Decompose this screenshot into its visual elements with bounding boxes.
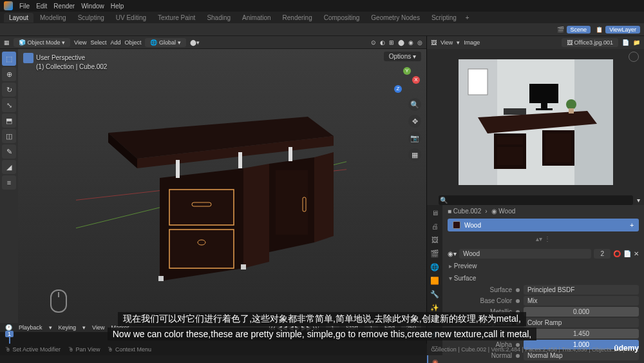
tl-playback[interactable]: Playback [19,324,43,331]
shading-rendered-icon[interactable]: ◎ [417,39,422,46]
camera-icon[interactable]: 📷 [408,132,421,144]
prop-value[interactable]: 1.450 [524,329,639,338]
material-link-icon[interactable]: ◉▾ [448,250,457,257]
tl-view[interactable]: View [92,324,104,331]
unlink-material-icon[interactable]: ✕ [634,250,639,257]
gizmo-z-icon[interactable]: Z [394,85,402,93]
current-frame[interactable]: 1 [326,323,339,332]
3d-viewport[interactable]: User Perspective (1) Collection | Cube.0… [18,49,426,323]
mode-selector[interactable]: 🧊 Object Mode ▾ [14,38,70,47]
gizmo-x-icon[interactable]: X [412,76,420,84]
end-frame[interactable]: 250 [401,323,421,332]
socket-icon[interactable] [516,321,520,325]
menu-help[interactable]: Help [111,3,124,10]
prop-value[interactable]: Mix [524,296,639,306]
prop-tab-material-icon[interactable]: ◉ [427,355,442,363]
timeline-editor-icon[interactable]: 🕐 [5,324,12,331]
image-file-selector[interactable]: 🖼 Office3.jpg.001 [562,38,618,47]
socket-icon[interactable] [516,354,520,358]
tool-transform[interactable]: ◫ [2,129,16,143]
prop-tab-render-icon[interactable]: 🖥 [427,206,442,219]
pan-icon[interactable]: ✥ [408,115,421,128]
new-material-icon[interactable]: 📄 [623,250,631,257]
socket-icon[interactable] [516,288,520,292]
prop-tab-object-icon[interactable]: 🟧 [427,274,442,287]
tool-annotate[interactable]: ✎ [2,144,16,159]
orientation-selector[interactable]: 🌐 Global ▾ [145,38,185,47]
open-image-icon[interactable]: 📁 [633,39,640,46]
snap-icon[interactable]: ⬤▾ [190,39,200,46]
tab-uvediting[interactable]: UV Editing [111,13,151,23]
tab-layout[interactable]: Layout [4,13,33,23]
prop-tab-world-icon[interactable]: 🌐 [427,260,442,273]
scene-selector[interactable]: Scene [567,26,591,34]
filter-icon[interactable]: ▾ [637,197,640,204]
overlays-toggle[interactable]: ⊙ [371,39,376,46]
gizmo-y-icon[interactable]: Y [403,67,411,75]
material-name-input[interactable]: Wood [459,249,591,259]
nav-gizmo[interactable]: Y X Z [394,67,420,93]
img-menu-image[interactable]: Image [464,39,480,46]
new-image-icon[interactable]: 📄 [622,39,629,46]
material-users[interactable]: 2 [594,249,611,259]
socket-icon[interactable] [516,332,520,336]
prop-tab-physics-icon[interactable]: ⚛ [427,315,442,328]
vp-menu-add[interactable]: Add [110,39,120,46]
material-slot[interactable]: Wood + [448,219,639,231]
tool-rotate[interactable]: ⤡ [2,98,16,112]
prop-tab-scene-icon[interactable]: 🎬 [427,247,442,260]
tab-modeling[interactable]: Modeling [35,13,71,23]
ortho-icon[interactable]: ▦ [408,148,421,161]
tl-marker[interactable]: Marker [111,324,129,331]
playhead[interactable] [9,332,10,344]
tab-shading[interactable]: Shading [202,13,236,23]
menu-edit[interactable]: Edit [36,3,47,10]
vp-menu-view[interactable]: View [74,39,86,46]
tab-animation[interactable]: Animation [237,13,276,23]
shading-solid-icon[interactable]: ⬤ [398,39,404,46]
image-view[interactable] [427,49,644,195]
preview-panel[interactable]: Preview [442,260,644,272]
vp-menu-object[interactable]: Object [124,39,141,46]
tab-compositing[interactable]: Compositing [319,13,365,23]
tool-select-box[interactable]: ⬚ [2,52,16,66]
tab-scripting[interactable]: Scripting [426,13,462,23]
playback-controls[interactable]: ⏮◀◀◀▶▶▶⏭ [269,324,319,331]
socket-icon[interactable] [516,310,520,314]
shading-wireframe-icon[interactable]: ⊞ [389,39,394,46]
prop-tab-modifier-icon[interactable]: 🔧 [427,288,442,300]
editor-type-icon[interactable]: ▦ [4,39,10,46]
search-input[interactable] [439,195,633,205]
slot-nav[interactable]: ▴▾ ⋮ [442,233,644,245]
surface-panel[interactable]: Surface [442,272,644,284]
prop-value[interactable]: Principled BSDF [524,285,639,295]
vp-menu-select[interactable]: Select [90,39,106,46]
tab-rendering[interactable]: Rendering [278,13,317,23]
img-menu-view[interactable]: View [440,39,453,46]
socket-icon[interactable] [516,299,520,303]
tab-geometrynodes[interactable]: Geometry Nodes [366,13,425,23]
tab-texturepaint[interactable]: Texture Paint [153,13,200,23]
viewlayer-selector[interactable]: ViewLayer [605,26,640,34]
menu-window[interactable]: Window [81,3,104,10]
prop-tab-constraint-icon[interactable]: 🔗 [427,328,442,341]
prop-value[interactable]: Color Ramp [524,318,639,328]
add-workspace-button[interactable]: + [466,14,469,21]
zoom-icon[interactable] [629,52,639,62]
shading-matprev-icon[interactable]: ◉ [408,39,413,46]
tool-measure[interactable]: ◢ [2,160,16,174]
tool-addcube[interactable]: ≡ [2,175,16,190]
prop-tab-particle-icon[interactable]: ✨ [427,301,442,314]
menu-render[interactable]: Render [53,3,75,10]
xray-toggle[interactable]: ◐ [380,39,385,46]
tl-keying[interactable]: Keying [59,324,77,331]
timeline-track[interactable] [0,332,426,344]
prop-tab-viewlayer-icon[interactable]: 🖼 [427,233,442,246]
tab-sculpting[interactable]: Sculpting [73,13,109,23]
tool-move[interactable]: ↻ [2,83,16,97]
prop-tab-output-icon[interactable]: 🖨 [427,220,442,233]
fake-user-icon[interactable]: ⭕ [613,250,621,257]
viewport-options[interactable]: Options ▾ [384,52,421,61]
tool-scale[interactable]: ⬒ [2,113,16,128]
image-editor-icon[interactable]: 🖼 [431,39,437,46]
